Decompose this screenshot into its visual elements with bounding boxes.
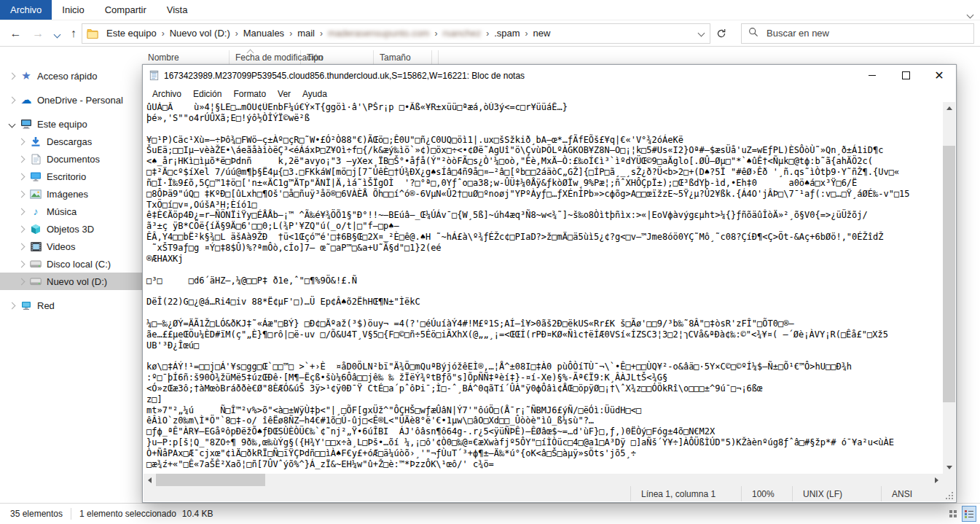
- vertical-scrollbar[interactable]: [943, 102, 955, 474]
- column-header-nombre[interactable]: Nombre: [142, 50, 230, 64]
- text-line: [146, 351, 943, 361]
- text-line: ûUÁ□Â ù»4¦§LE□…mÖU¢ÜEnbF¼ú€Ý×T{ggöì·â'\P…: [146, 102, 943, 113]
- ribbon-expand-chevron-icon[interactable]: [968, 7, 973, 20]
- expand-chevron-icon[interactable]: [15, 262, 27, 267]
- horizontal-scroll-thumb[interactable]: [156, 474, 265, 486]
- sidebar-item-red[interactable]: Red: [0, 297, 142, 314]
- text-line: ãe…££µeŒÖu¼ÈD#ïM(ç"„È}¶□rô|□ë-uv □/Õ&U4T…: [146, 329, 943, 340]
- breadcrumb-segment[interactable]: new: [530, 27, 554, 39]
- sidebar-item-documentos[interactable]: Documentos: [0, 150, 142, 168]
- text-line: ã³±ç ÿB*CÖë{íÄ§9Ä□6'□□0;L(¾P'¥ZQ"ú(_o/t|…: [146, 221, 943, 232]
- search-input[interactable]: [765, 27, 967, 39]
- sidebar-item-label: Descargas: [47, 136, 92, 147]
- close-icon: ✕: [934, 70, 944, 82]
- sidebar-item-objetos-3d[interactable]: Objetos 3D: [0, 220, 142, 238]
- menu-formato[interactable]: Formato: [227, 89, 272, 99]
- sort-ascending-chevron-icon: [248, 47, 253, 58]
- sidebar-item-onedrive-personal[interactable]: ☁OneDrive - Personal: [0, 91, 142, 109]
- horizontal-scrollbar[interactable]: [144, 474, 943, 486]
- breadcrumb-segment[interactable]: .spam: [491, 27, 522, 39]
- refresh-icon[interactable]: [710, 24, 732, 43]
- notepad-title-bar[interactable]: 1673423989.M237099P539545.cloud856.thund…: [143, 65, 956, 86]
- scroll-right-icon[interactable]: [930, 474, 943, 486]
- text-line: z□]: [146, 394, 943, 405]
- expand-chevron-icon[interactable]: [6, 303, 17, 308]
- sidebar-item-disco-local-c[interactable]: Disco local (C:): [0, 255, 142, 273]
- recent-locations-chevron-icon[interactable]: [55, 27, 60, 40]
- expand-chevron-icon[interactable]: [15, 139, 27, 144]
- scroll-up-icon[interactable]: [943, 102, 955, 114]
- expand-chevron-icon[interactable]: [15, 174, 27, 179]
- up-icon[interactable]: ↑: [71, 28, 77, 39]
- scrollbar-corner: [943, 474, 955, 486]
- sidebar-item-imágenes[interactable]: Imágenes: [0, 185, 142, 203]
- ribbon-tab-archivo[interactable]: Archivo: [0, 0, 52, 20]
- sidebar-item-videos[interactable]: Videos: [0, 238, 142, 255]
- minimize-button[interactable]: [855, 65, 889, 86]
- text-line: ÊÂ,Y4□□bË²k§¾□L äšAà9ŽÐ †ü<1Œçó™é'□‡6B§Œ…: [146, 232, 943, 243]
- breadcrumb-segment[interactable]: Este equipo: [103, 27, 160, 39]
- search-box[interactable]: [741, 23, 974, 44]
- resize-grip[interactable]: [942, 486, 955, 501]
- large-icons-view-icon[interactable]: [946, 506, 960, 522]
- breadcrumb-segment[interactable]: mail: [294, 27, 318, 39]
- scroll-down-icon[interactable]: [943, 461, 955, 474]
- breadcrumb-segment[interactable]: Nuevo vol (D:): [167, 27, 233, 39]
- maximize-button[interactable]: [889, 65, 922, 86]
- sidebar-item-label: Objetos 3D: [47, 224, 94, 235]
- text-line: □³□ □d6´äHZ–,¼@□□P‡ ð1e,ˆ"□¶%9Ö&!£.Ñ: [146, 275, 943, 286]
- explorer-toolbar: ← → ↑ Este equipo›Nuevo vol (D:)›Manuale…: [0, 20, 980, 47]
- breadcrumb-segment[interactable]: Manuales: [240, 27, 287, 39]
- expand-chevron-icon[interactable]: [15, 279, 27, 284]
- details-view-icon[interactable]: [962, 506, 976, 522]
- ribbon-tab-inicio[interactable]: Inicio: [52, 0, 94, 20]
- sidebar-item-música[interactable]: ♪Música: [0, 203, 142, 220]
- expand-chevron-icon[interactable]: [15, 227, 27, 232]
- search-icon: [748, 27, 758, 40]
- breadcrumb-segment[interactable]: rsanchez: [439, 27, 484, 39]
- ribbon-tab-compartir[interactable]: Compartir: [95, 0, 157, 20]
- expand-chevron-icon[interactable]: [15, 192, 27, 197]
- breadcrumb-chevron-icon: ›: [484, 28, 491, 39]
- expand-chevron-icon[interactable]: [15, 244, 27, 249]
- sidebar-item-escritorio[interactable]: Escritorio: [0, 168, 142, 185]
- sidebar-item-label: Escritorio: [47, 171, 86, 182]
- ribbon-tab-vista[interactable]: Vista: [157, 0, 198, 20]
- sidebar-item-acceso-rápido[interactable]: ★Acceso rápido: [0, 67, 142, 85]
- notepad-menu-bar: ArchivoEdiciónFormatoVerAyuda: [143, 86, 956, 102]
- cube-icon: [28, 224, 43, 235]
- expand-chevron-icon[interactable]: [6, 74, 17, 79]
- expand-chevron-icon[interactable]: [15, 209, 27, 214]
- column-header-fecha-de-modificación[interactable]: Fecha de modificación: [230, 50, 301, 64]
- text-line: mt»7"²„¼ú Ñ□Î™²v%>õ"<à□±WÿÙ‡þ<"|¸□ÕF[gxÜ…: [146, 405, 943, 416]
- text-line: êÂìO`z0‰m\Ì*Ö"`8□‡-o/ îêËø8ÑZ—h4€#1õ□Ú-û…: [146, 415, 943, 426]
- column-header-tipo[interactable]: Tipo: [301, 50, 374, 64]
- back-icon[interactable]: ←: [9, 28, 21, 39]
- address-bar[interactable]: Este equipo›Nuevo vol (D:)›Manuales›mail…: [82, 23, 710, 44]
- menu-archivo[interactable]: Archivo: [146, 89, 187, 99]
- sidebar-item-nuevo-vol-d[interactable]: Nuevo vol (D:): [0, 273, 142, 290]
- menu-ayuda[interactable]: Ayuda: [297, 89, 333, 99]
- cloud-icon: ☁: [19, 93, 34, 106]
- menu-edición[interactable]: Edición: [187, 89, 227, 99]
- expand-chevron-icon[interactable]: [15, 157, 27, 162]
- address-dropdown-chevron-icon[interactable]: [692, 31, 710, 36]
- sidebar-item-descargas[interactable]: Descargas: [0, 133, 142, 150]
- notepad-text-area[interactable]: ûUÁ□Â ù»4¦§LE□…mÖU¢ÜEnbF¼ú€Ý×T{ggöì·â'\P…: [144, 102, 943, 474]
- sidebar-item-label: Este equipo: [37, 119, 87, 130]
- sidebar-item-este-equipo[interactable]: Este equipo: [0, 115, 142, 133]
- menu-ver[interactable]: Ver: [272, 89, 297, 99]
- expand-chevron-icon[interactable]: [6, 98, 17, 103]
- text-line: ¥□¹P)Cäc¹Xù=–÷Þô¾□FWö–ç±Àº□çR□˜W•£Ó²Ò88"…: [146, 135, 943, 146]
- notepad-window: 1673423989.M237099P539545.cloud856.thund…: [142, 64, 957, 503]
- sidebar-item-label: Imágenes: [47, 189, 88, 200]
- scroll-left-icon[interactable]: [144, 474, 156, 486]
- expand-chevron-icon[interactable]: [6, 122, 17, 127]
- forward-icon[interactable]: →: [32, 28, 44, 39]
- breadcrumb-segment[interactable]: maderasensupunto.com: [325, 27, 432, 39]
- line-ending: UNIX (LF): [792, 486, 881, 501]
- explorer-status-bar: 35 elementos 1 elemento seleccionado 10.…: [0, 503, 980, 524]
- close-button[interactable]: ✕: [922, 65, 956, 86]
- column-header-tamaño[interactable]: Tamaño: [374, 50, 432, 64]
- vertical-scroll-thumb[interactable]: [943, 146, 955, 402]
